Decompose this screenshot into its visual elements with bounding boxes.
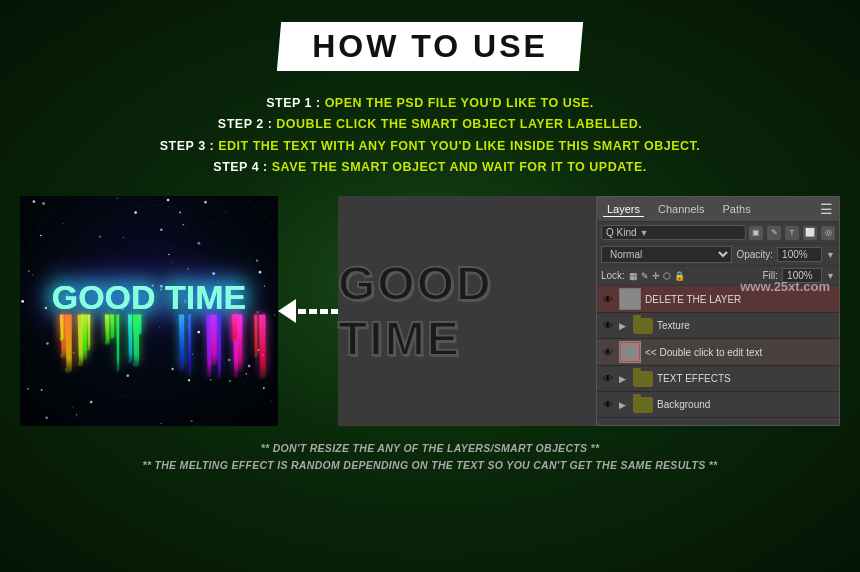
lock-pixels-icon[interactable]: ✎ — [641, 271, 649, 281]
kind-search-box[interactable]: Q Kind ▼ — [601, 225, 746, 240]
lock-icons-group: ▦ ✎ ✛ ⬡ 🔒 — [629, 271, 685, 281]
lock-row: Lock: ▦ ✎ ✛ ⬡ 🔒 Fill: 100% ▼ — [597, 266, 839, 286]
layer-thumb-smart — [619, 341, 641, 363]
tab-paths[interactable]: Paths — [719, 202, 755, 217]
result-panel — [20, 196, 278, 426]
layer-row-texture[interactable]: 👁 ▶ Texture — [597, 313, 839, 339]
lock-artboard-icon[interactable]: ⬡ — [663, 271, 671, 281]
tab-channels[interactable]: Channels — [654, 202, 708, 217]
layer-name-textfx: TEXT EFFECTS — [657, 373, 835, 384]
steps-section: STEP 1 : OPEN THE PSD FILE YOU'D LIKE TO… — [0, 93, 860, 178]
input-text: GOOD TIME — [338, 256, 596, 366]
step-2-label: STEP 2 : — [218, 117, 276, 131]
layer-row-delete[interactable]: 👁 DELETE THE LAYER — [597, 286, 839, 313]
pixel-filter-icon[interactable]: ▣ — [749, 226, 763, 240]
lock-all-icon[interactable]: 🔒 — [674, 271, 685, 281]
arrow-dashes — [298, 309, 339, 314]
title-section: HOW TO USE — [0, 0, 860, 71]
footer-notes: ** DON'T RESIZE THE ANY OF THE LAYERS/SM… — [0, 440, 860, 474]
layer-row-textfx[interactable]: 👁 ▶ TEXT EFFECTS — [597, 366, 839, 392]
input-panel: GOOD TIME — [338, 196, 596, 426]
adjustment-filter-icon[interactable]: ✎ — [767, 226, 781, 240]
layer-name-delete: DELETE THE LAYER — [645, 294, 835, 305]
layers-panel: Layers Channels Paths ☰ Q Kind ▼ ▣ ✎ T ⬜… — [596, 196, 840, 426]
tabs-list: Layers Channels Paths — [603, 202, 755, 217]
eye-icon-4[interactable]: 👁 — [601, 398, 615, 412]
blend-mode-row: Normal Opacity: 100% ▼ — [597, 244, 839, 266]
layer-row-smart[interactable]: 👁 << Double click to edit text — [597, 339, 839, 366]
kind-dropdown-icon[interactable]: ▼ — [640, 228, 649, 238]
eye-icon-1[interactable]: 👁 — [601, 319, 615, 333]
smart-filter-icon[interactable]: ◎ — [821, 226, 835, 240]
opacity-dropdown-icon[interactable]: ▼ — [826, 250, 835, 260]
arrow-head-icon — [278, 299, 296, 323]
step-3-label: STEP 3 : — [160, 139, 218, 153]
layer-filter-icons: ▣ ✎ T ⬜ ◎ — [749, 226, 835, 240]
blend-mode-select[interactable]: Normal — [601, 246, 732, 263]
search-row: Q Kind ▼ ▣ ✎ T ⬜ ◎ — [597, 222, 839, 244]
eye-icon-0[interactable]: 👁 — [601, 292, 615, 306]
eye-icon-3[interactable]: 👁 — [601, 372, 615, 386]
step-1-label: STEP 1 : — [266, 96, 324, 110]
direction-arrow — [278, 299, 339, 323]
kind-label: Q Kind — [606, 227, 637, 238]
step-2: STEP 2 : DOUBLE CLICK THE SMART OBJECT L… — [0, 114, 860, 135]
layer-thumb-smart-img — [621, 343, 639, 361]
step-3: STEP 3 : EDIT THE TEXT WITH ANY FONT YOU… — [0, 136, 860, 157]
shape-filter-icon[interactable]: ⬜ — [803, 226, 817, 240]
content-area: GOOD TIME Layers Channels Paths ☰ Q Kind… — [20, 196, 840, 426]
layer-thumb-delete — [619, 288, 641, 310]
eye-icon-2[interactable]: 👁 — [601, 345, 615, 359]
fill-value[interactable]: 100% — [782, 268, 822, 283]
step-4-label: STEP 4 : — [213, 160, 271, 174]
step-2-desc: DOUBLE CLICK THE SMART OBJECT LAYER LABE… — [276, 117, 642, 131]
layer-name-smart: << Double click to edit text — [645, 347, 835, 358]
title-badge: HOW TO USE — [282, 22, 578, 71]
tab-layers[interactable]: Layers — [603, 202, 644, 217]
page-title: HOW TO USE — [312, 28, 548, 64]
footer-note-2: ** THE MELTING EFFECT IS RANDOM DEPENDIN… — [0, 457, 860, 474]
lock-transparent-icon[interactable]: ▦ — [629, 271, 638, 281]
lock-position-icon[interactable]: ✛ — [652, 271, 660, 281]
step-1: STEP 1 : OPEN THE PSD FILE YOU'D LIKE TO… — [0, 93, 860, 114]
layer-row-bg[interactable]: 👁 ▶ Background — [597, 392, 839, 418]
expand-icon-3[interactable]: ▶ — [619, 374, 629, 384]
step-4-desc: SAVE THE SMART OBJECT AND WAIT FOR IT TO… — [272, 160, 647, 174]
arrow-area — [278, 196, 338, 426]
opacity-value[interactable]: 100% — [777, 247, 822, 262]
footer-note-1: ** DON'T RESIZE THE ANY OF THE LAYERS/SM… — [0, 440, 860, 457]
type-filter-icon[interactable]: T — [785, 226, 799, 240]
step-1-desc: OPEN THE PSD FILE YOU'D LIKE TO USE. — [325, 96, 594, 110]
fill-dropdown-icon[interactable]: ▼ — [826, 271, 835, 281]
fill-label: Fill: — [763, 270, 779, 281]
layer-name-bg: Background — [657, 399, 835, 410]
lock-label: Lock: — [601, 270, 625, 281]
layer-folder-bg — [633, 397, 653, 413]
opacity-label: Opacity: — [736, 249, 773, 260]
expand-icon-4[interactable]: ▶ — [619, 400, 629, 410]
layer-name-texture: Texture — [657, 320, 835, 331]
step-3-desc: EDIT THE TEXT WITH ANY FONT YOU'D LIKE I… — [218, 139, 700, 153]
step-4: STEP 4 : SAVE THE SMART OBJECT AND WAIT … — [0, 157, 860, 178]
layer-folder-textfx — [633, 371, 653, 387]
layers-menu-icon[interactable]: ☰ — [820, 201, 833, 217]
layers-tabs-row: Layers Channels Paths ☰ — [597, 197, 839, 222]
expand-icon-1[interactable]: ▶ — [619, 321, 629, 331]
layer-folder-texture — [633, 318, 653, 334]
